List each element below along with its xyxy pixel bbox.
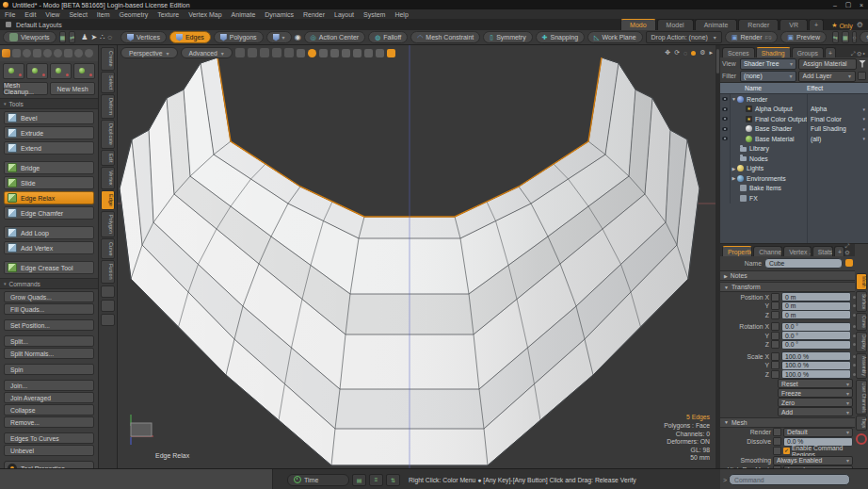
position-z-field[interactable]: 0 m	[781, 310, 851, 319]
tool-add-vertex[interactable]: Add Vertex	[4, 241, 94, 254]
panel-window-icons[interactable]: ⤢ ⚙ ▸	[851, 51, 866, 57]
preview-button[interactable]: ▣Preview	[780, 31, 827, 43]
tree-row-base-shader[interactable]: Base Shader Full Shading ▾	[720, 124, 868, 135]
name-column-header[interactable]: Name	[720, 85, 807, 91]
channel-mini-button[interactable]	[773, 437, 781, 446]
command-join[interactable]: Join...	[4, 380, 94, 391]
side-tab-tags[interactable]: Tags	[856, 416, 867, 431]
tab-vertex[interactable]: Vertex ...	[783, 246, 812, 256]
search-icon[interactable]: ◌	[852, 31, 858, 43]
tab-select[interactable]: Select	[101, 72, 115, 93]
effect-dropdown-icon[interactable]: ▾	[862, 126, 865, 132]
channel-mini-button[interactable]	[771, 332, 780, 340]
command-collapse[interactable]: Collapse	[4, 404, 94, 416]
preset-drop-button[interactable]	[3, 63, 24, 79]
command-split-normals[interactable]: Split Normals...	[4, 348, 94, 359]
viewport-layout-button[interactable]: ▦	[59, 31, 67, 43]
person-icon[interactable]	[64, 49, 72, 57]
command-fill-quads[interactable]: Fill Quads...	[4, 303, 94, 315]
zero-dropdown[interactable]: Zero	[778, 398, 853, 407]
channel-mini-button[interactable]	[771, 293, 780, 302]
tab-groups[interactable]: Groups	[792, 47, 824, 57]
command-set-position[interactable]: Set Position...	[4, 319, 94, 331]
preset-pivot-button[interactable]	[73, 63, 95, 79]
mesh-section-header[interactable]: ▼ Mesh	[720, 417, 855, 428]
add-dropdown[interactable]: Add	[778, 407, 853, 416]
mesh-constraint-button[interactable]: ◠Mesh Constraint	[410, 31, 480, 43]
lasso-icon[interactable]: ◌	[107, 33, 112, 41]
tab-stats[interactable]: Stats	[812, 246, 833, 256]
action-center-active-icon[interactable]	[308, 49, 316, 57]
menu-item-view[interactable]: View	[40, 11, 64, 18]
tab-curve[interactable]: Curve	[101, 238, 115, 260]
snapping-button[interactable]: ✚Snapping	[536, 31, 585, 43]
side-tab-display[interactable]: Display	[856, 332, 867, 352]
rotation-y-field[interactable]: 0.0 °	[781, 331, 851, 340]
menu-item-layout[interactable]: Layout	[330, 11, 359, 18]
tool-add-loop[interactable]: Add Loop	[4, 226, 94, 239]
menu-item-vertex-map[interactable]: Vertex Map	[184, 11, 226, 18]
symmetry-button[interactable]: ▯Symmetry	[483, 31, 532, 43]
effect-dropdown-icon[interactable]: ▾	[862, 136, 865, 141]
command-grow-quads[interactable]: Grow Quads...	[4, 291, 94, 302]
kits-button[interactable]: ⚲Kits	[860, 31, 868, 43]
render-button[interactable]: ▣RenderF9	[725, 31, 779, 43]
position-y-field[interactable]: 0 m	[781, 302, 851, 311]
tab-fusion[interactable]: Fusion	[101, 260, 115, 284]
maximize-button[interactable]: ▢	[842, 1, 855, 8]
overlay-toggle-icon[interactable]	[272, 48, 281, 57]
tree-row-render[interactable]: ▼ Render	[720, 94, 868, 105]
only-toggle-button[interactable]: ★ Only	[831, 22, 853, 29]
material-sphere-icon[interactable]: ◉	[295, 33, 301, 41]
rotation-z-field[interactable]: 0.0 °	[781, 340, 851, 350]
menu-item-item[interactable]: Item	[92, 11, 115, 18]
sort-icon[interactable]: ⇅	[386, 474, 400, 486]
channel-mini-button[interactable]	[773, 428, 781, 436]
sync-icon[interactable]: ⇆	[832, 31, 839, 43]
tab-edit[interactable]: Edit	[101, 150, 115, 166]
overlay-toggle-icon[interactable]	[248, 48, 257, 57]
effect-column-header[interactable]: Effect	[807, 85, 823, 91]
command-input[interactable]	[729, 474, 850, 485]
tool-extrude[interactable]: Extrude	[4, 126, 94, 139]
scale-z-field[interactable]: 100.0 %	[781, 369, 851, 379]
channel-mini-button[interactable]	[771, 352, 780, 361]
add-tab-button[interactable]: +	[834, 246, 844, 256]
magnifier-icon[interactable]	[74, 49, 83, 57]
tree-row-library[interactable]: Library	[720, 144, 868, 155]
item-visibility-icon[interactable]	[342, 49, 350, 57]
strip-extra-button[interactable]	[101, 285, 115, 298]
collapse-icon[interactable]: ▶	[731, 175, 737, 181]
shading-style-dropdown[interactable]: Advanced	[181, 47, 233, 58]
active-tool-category-icon[interactable]	[2, 49, 10, 57]
actor-view-icon[interactable]	[319, 49, 328, 57]
view-mode-dropdown[interactable]: Shader Tree	[740, 58, 796, 70]
tab-create[interactable]: Create	[101, 47, 115, 71]
strip-extra-button[interactable]	[101, 300, 115, 312]
viewport-gear-icon[interactable]: ⚙	[699, 49, 705, 57]
menu-item-file[interactable]: File	[0, 11, 20, 18]
work-plane-button[interactable]: ◺Work Plane	[587, 31, 642, 43]
time-button[interactable]: Time	[287, 474, 349, 486]
record-icon[interactable]	[856, 433, 867, 445]
pen-tool-icon[interactable]	[33, 49, 41, 57]
refresh-icon[interactable]	[85, 49, 93, 57]
menu-item-geometry[interactable]: Geometry	[114, 11, 153, 18]
falloff-button[interactable]: ◍Falloff	[368, 31, 408, 43]
expand-icon[interactable]: ▼	[731, 96, 737, 102]
tool-slide[interactable]: Slide	[4, 176, 94, 189]
panel-window-icons[interactable]: ⤢ ⚙	[845, 243, 853, 256]
channel-mini-button[interactable]	[771, 361, 780, 369]
rotation-x-field[interactable]: 0.0 °	[781, 322, 851, 332]
tool-edge-crease[interactable]: Edge Crease Tool	[4, 261, 94, 274]
add-layer-dropdown[interactable]: Add Layer	[798, 71, 857, 82]
tree-row-environments[interactable]: ▶ Environments	[720, 173, 868, 184]
freeze-dropdown[interactable]: Freeze	[778, 388, 853, 398]
orbit-icon[interactable]: ⟳	[674, 49, 680, 57]
items-mode-dropdown[interactable]	[266, 31, 292, 43]
menu-item-help[interactable]: Help	[390, 11, 412, 18]
vertex-cluster-icon[interactable]: ∴	[100, 33, 104, 41]
effect-dropdown-icon[interactable]: ▾	[862, 106, 865, 112]
mesh-cleanup-button[interactable]: Mesh Cleanup...	[3, 82, 48, 95]
overlay-toggle-icon[interactable]	[260, 48, 269, 57]
